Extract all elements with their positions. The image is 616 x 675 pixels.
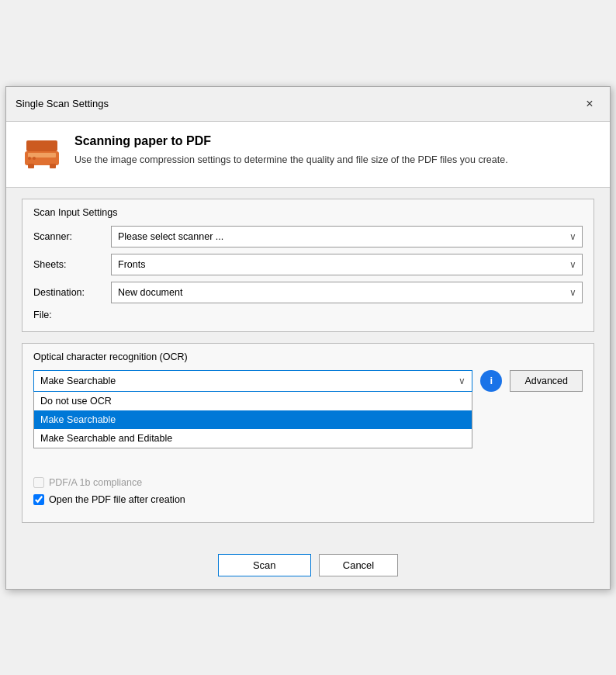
file-row: File: — [33, 310, 583, 320]
sheets-dropdown[interactable]: Fronts — [111, 254, 583, 275]
open-pdf-label: Open the PDF file after creation — [49, 494, 185, 505]
ocr-option-make-searchable-editable[interactable]: Make Searchable and Editable — [34, 429, 472, 448]
ocr-dropdown-header[interactable]: Make Searchable ∨ — [33, 370, 472, 392]
ocr-selected-value: Make Searchable — [40, 376, 116, 386]
destination-dropdown[interactable]: New document — [111, 282, 583, 303]
ocr-label: Optical character recognition (OCR) — [33, 351, 583, 362]
svg-rect-1 — [26, 140, 57, 151]
scanner-dropdown[interactable]: Please select scanner ... — [111, 226, 583, 248]
svg-rect-2 — [28, 153, 56, 158]
destination-label: Destination: — [33, 287, 111, 298]
info-button[interactable]: i — [480, 370, 502, 392]
title-bar: Single Scan Settings × — [6, 87, 610, 122]
close-button[interactable]: × — [579, 93, 600, 115]
scan-button[interactable]: Scan — [218, 554, 311, 576]
chevron-down-icon: ∨ — [459, 376, 465, 386]
scanner-row: Scanner: Please select scanner ... — [33, 226, 583, 248]
footer: Scan Cancel — [6, 546, 610, 589]
scanner-icon — [22, 134, 62, 175]
header-text: Scanning paper to PDF Use the image comp… — [74, 134, 508, 168]
file-label: File: — [33, 310, 111, 320]
open-pdf-checkbox[interactable] — [33, 494, 44, 505]
scanner-label: Scanner: — [33, 231, 111, 242]
pdfa-checkbox[interactable] — [33, 477, 44, 488]
cancel-button[interactable]: Cancel — [319, 554, 398, 576]
header-description: Use the image compression settings to de… — [74, 153, 508, 168]
scan-input-label: Scan Input Settings — [33, 207, 583, 218]
advanced-button[interactable]: Advanced — [510, 370, 583, 392]
content-area: Scan Input Settings Scanner: Please sele… — [6, 188, 610, 546]
scan-input-section: Scan Input Settings Scanner: Please sele… — [22, 199, 594, 332]
destination-row: Destination: New document — [33, 282, 583, 303]
open-pdf-row: Open the PDF file after creation — [33, 494, 583, 505]
ocr-dropdown-wrapper: Make Searchable ∨ Do not use OCR Make Se… — [33, 370, 472, 392]
ocr-controls-row: Make Searchable ∨ Do not use OCR Make Se… — [33, 370, 583, 392]
svg-point-6 — [33, 157, 36, 160]
svg-point-5 — [28, 157, 31, 160]
ocr-option-make-searchable[interactable]: Make Searchable — [34, 410, 472, 429]
header-title: Scanning paper to PDF — [74, 134, 508, 148]
header-section: Scanning paper to PDF Use the image comp… — [6, 122, 610, 188]
pdfa-row: PDF/A 1b compliance — [33, 477, 583, 488]
ocr-option-no-ocr[interactable]: Do not use OCR — [34, 392, 472, 410]
sheets-row: Sheets: Fronts — [33, 254, 583, 275]
svg-rect-3 — [28, 164, 34, 168]
ocr-dropdown-list: Do not use OCR Make Searchable Make Sear… — [33, 392, 472, 448]
sheets-label: Sheets: — [33, 259, 111, 270]
dialog-title: Single Scan Settings — [16, 98, 109, 109]
dialog-window: Single Scan Settings × Scanning paper to… — [5, 86, 611, 590]
ocr-section: Optical character recognition (OCR) Make… — [22, 343, 594, 523]
svg-rect-4 — [50, 164, 56, 168]
pdfa-label: PDF/A 1b compliance — [49, 477, 142, 488]
